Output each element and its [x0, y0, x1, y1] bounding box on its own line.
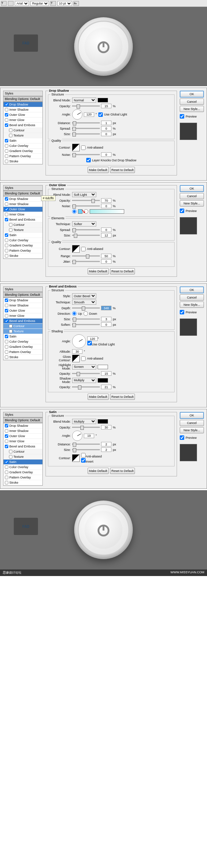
preview-check[interactable] [180, 209, 184, 213]
cancel-button[interactable]: Cancel [180, 99, 204, 105]
style-drop-shadow[interactable]: Drop Shadow [3, 196, 42, 202]
size-slider[interactable] [72, 319, 100, 320]
new-style-button[interactable]: New Style... [180, 302, 204, 308]
blend-mode-select[interactable]: Multiply [72, 419, 96, 424]
ok-button[interactable]: OK [180, 412, 204, 419]
style-inner-glow[interactable]: Inner Glow [3, 313, 42, 319]
style-contour[interactable]: Contour [3, 449, 42, 454]
style-gradient-overlay[interactable]: Gradient Overlay [3, 344, 42, 350]
distance-slider[interactable] [72, 122, 100, 123]
orientation-icon[interactable] [8, 1, 13, 6]
style-outer-glow[interactable]: Outer Glow [3, 308, 42, 313]
style-texture[interactable]: Texture [3, 329, 42, 334]
satin-color-swatch[interactable] [98, 419, 108, 424]
noise-slider[interactable] [72, 205, 100, 206]
distance-slider[interactable] [72, 444, 100, 445]
cancel-button[interactable]: Cancel [180, 193, 204, 199]
depth-slider[interactable] [72, 307, 100, 309]
invert-check[interactable] [81, 458, 86, 463]
highlight-mode-select[interactable]: Screen [72, 364, 96, 370]
shadow-opacity-input[interactable] [101, 385, 111, 389]
preview-check[interactable] [180, 435, 184, 440]
styles-header[interactable]: Styles [3, 185, 43, 191]
blend-mode-select[interactable]: Soft Light [72, 192, 96, 197]
reset-default-button[interactable]: Reset to Default [110, 268, 135, 274]
make-default-button[interactable]: Make Default [88, 268, 109, 274]
jitter-input[interactable] [101, 259, 111, 264]
style-pattern-overlay[interactable]: Pattern Overlay [3, 475, 42, 480]
style-bevel[interactable]: Bevel and Emboss [3, 319, 42, 324]
soften-input[interactable] [101, 322, 111, 327]
style-bevel[interactable]: Bevel and Emboss [3, 444, 42, 449]
bevel-style-select[interactable]: Outer Bevel [72, 293, 96, 299]
style-pattern-overlay[interactable]: Pattern Overlay [3, 248, 42, 253]
shadow-color-swatch[interactable] [98, 378, 108, 383]
opacity-slider[interactable] [72, 105, 100, 107]
style-gradient-overlay[interactable]: Gradient Overlay [3, 243, 42, 248]
style-bevel[interactable]: Bevel and Emboss [3, 217, 42, 222]
gloss-contour-picker[interactable] [72, 355, 80, 362]
styles-header[interactable]: Styles [3, 91, 43, 96]
size-input[interactable] [101, 447, 111, 452]
size-input[interactable] [101, 132, 111, 136]
style-contour[interactable]: Contour [3, 128, 42, 133]
gradient-picker[interactable] [90, 209, 124, 214]
style-pattern-overlay[interactable]: Pattern Overlay [3, 350, 42, 355]
blending-options[interactable]: Blending Options: Default [3, 292, 43, 297]
new-style-button[interactable]: New Style... [180, 200, 204, 206]
font-family-select[interactable]: Arial [15, 1, 29, 6]
style-stroke[interactable]: Stroke [3, 480, 42, 485]
styles-header[interactable]: Styles [3, 412, 43, 417]
angle-input[interactable] [84, 112, 94, 117]
style-inner-glow[interactable]: Inner Glow [3, 118, 42, 123]
styles-header[interactable]: Styles [3, 286, 43, 292]
style-stroke[interactable]: Stroke [3, 355, 42, 360]
style-outer-glow[interactable]: Outer Glow [3, 207, 42, 212]
opacity-input[interactable] [101, 425, 111, 430]
size-slider[interactable] [72, 449, 100, 450]
style-color-overlay[interactable]: Color Overlay [3, 339, 42, 344]
soften-slider[interactable] [72, 324, 100, 325]
style-color-overlay[interactable]: Color Overlay [3, 238, 42, 243]
cancel-button[interactable]: Cancel [180, 294, 204, 301]
spread-input[interactable] [101, 126, 111, 131]
ok-button[interactable]: OK [180, 91, 204, 98]
style-texture[interactable]: Texture [3, 133, 42, 138]
style-texture[interactable]: Texture [3, 454, 42, 460]
style-satin[interactable]: Satin [3, 460, 42, 465]
technique-select[interactable]: Softer [72, 221, 96, 226]
preview-check[interactable] [180, 114, 184, 119]
highlight-opacity-input[interactable] [101, 371, 111, 376]
contour-picker[interactable] [72, 144, 80, 151]
style-bevel[interactable]: Bevel and Emboss [3, 123, 42, 128]
angle-input[interactable] [84, 434, 94, 438]
size-input[interactable] [101, 317, 111, 321]
angle-altitude-wheel[interactable] [72, 334, 86, 348]
style-stroke[interactable]: Stroke [3, 159, 42, 164]
make-default-button[interactable]: Make Default [88, 394, 109, 400]
spread-input[interactable] [101, 228, 111, 232]
style-contour[interactable]: Contour [3, 324, 42, 329]
style-drop-shadow[interactable]: Drop Shadow [3, 423, 42, 428]
style-satin[interactable]: Satin [3, 233, 42, 238]
make-default-button[interactable]: Make Default [88, 167, 109, 173]
dir-down-radio[interactable] [83, 311, 88, 316]
opacity-slider[interactable] [72, 427, 100, 428]
style-color-overlay[interactable]: Color Overlay [3, 143, 42, 149]
noise-slider[interactable] [72, 154, 100, 155]
style-outer-glow[interactable]: Outer Glow [3, 434, 42, 439]
shadow-color-swatch[interactable] [98, 98, 108, 102]
aa-icon[interactable]: aₐ [73, 1, 79, 6]
highlight-opacity-slider[interactable] [72, 373, 100, 374]
aa-check[interactable] [81, 453, 86, 457]
style-satin[interactable]: Satin [3, 138, 42, 143]
style-stroke[interactable]: Stroke [3, 253, 42, 259]
style-inner-shadow[interactable]: Inner Shadow [3, 107, 42, 112]
color-radio[interactable] [72, 209, 77, 214]
opacity-slider[interactable] [72, 200, 100, 201]
angle-wheel[interactable] [72, 109, 82, 120]
make-default-button[interactable]: Make Default [88, 468, 109, 474]
new-style-button[interactable]: New Style... [180, 106, 204, 112]
aa-check[interactable] [81, 247, 86, 251]
reset-default-button[interactable]: Reset to Default [110, 394, 135, 400]
